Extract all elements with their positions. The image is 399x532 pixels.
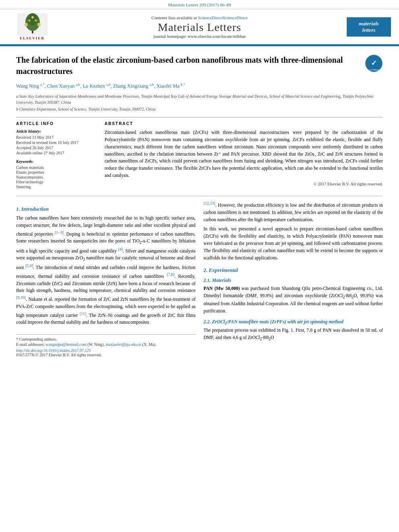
- paper-title-text: The fabrication of the elastic zirconium…: [16, 54, 365, 77]
- crossmark-icon: ✓ CrossMark: [365, 54, 383, 72]
- svg-text:✓: ✓: [371, 59, 377, 67]
- intro-para1: The carbon nanofibres have been extensiv…: [16, 215, 195, 326]
- copyright-line: © 2017 Elsevier B.V. All rights reserved…: [105, 182, 383, 186]
- accepted-date: Accepted 26 July 2017: [16, 146, 97, 150]
- svg-point-5: [37, 23, 41, 26]
- author-lu-kezhen: Lu Kezhen: [83, 83, 106, 89]
- elsevier-wordmark: ELSEVIER: [20, 36, 45, 40]
- body-right-col: [12,13]. However, the production efficie…: [204, 200, 383, 357]
- keyword-5: Sintering: [16, 185, 97, 189]
- svg-text:CrossMark: CrossMark: [369, 69, 379, 71]
- author-chen-xueyan: Chen Xueyan: [47, 83, 76, 89]
- keyword-2: Elastic properties: [16, 170, 97, 175]
- subsection2-2-title: 2.2. ZrOCl2/PAN nanofibre mats (ZrPFs) w…: [204, 319, 383, 325]
- svg-point-4: [25, 23, 28, 26]
- body-columns: 1. Introduction The carbon nanofibres ha…: [16, 200, 383, 357]
- revised-date: Received in revised form 10 July 2017: [16, 140, 97, 145]
- subsection2-1-title: 2.1. Materials: [204, 277, 383, 283]
- abstract-text: Zirconium-based carbon nanofibrous mats …: [105, 129, 383, 179]
- svg-point-7: [35, 19, 37, 22]
- svg-point-3: [28, 13, 37, 25]
- abstract-header: ABSTRACT: [105, 121, 383, 126]
- doi-line[interactable]: http://dx.doi.org/10.1016/j.matlet.2017.…: [16, 348, 195, 353]
- journal-logo-box: materials letters: [347, 17, 391, 37]
- abstract-col: ABSTRACT Zirconium-based carbon nanofibr…: [105, 121, 383, 189]
- svg-point-6: [28, 19, 31, 22]
- intro-para2: In this work, we presented a novel appro…: [204, 226, 383, 261]
- email-note: E-mail addresses: wangntjpu@hotmail.com …: [16, 342, 195, 347]
- materials-text: PAN (Mw 50,000) was purchased from Shand…: [204, 285, 383, 315]
- author-wang-ning: Wang Ning: [16, 83, 40, 89]
- author-zhang-xingxiang: Zhang Xingxiang: [113, 83, 150, 89]
- section1-title: 1. Introduction: [16, 206, 195, 212]
- affiliation-b: b Chemistry Department, School of Scienc…: [16, 106, 383, 112]
- journal-title-area: Contents lists available at ScienceDirec…: [56, 15, 343, 39]
- issn-line: 0167-577X/© 2017 Elsevier B.V. All right…: [16, 353, 195, 357]
- keyword-4: Fibre technology: [16, 180, 97, 184]
- keywords-label: Keywords:: [16, 159, 97, 164]
- affiliation-a: a State Key Laboratory of Separation Mem…: [16, 93, 383, 105]
- article-info-col: ARTICLE INFO Article history: Received 1…: [16, 121, 97, 189]
- meta-divider: [16, 117, 383, 117]
- affiliations-block: a State Key Laboratory of Separation Mem…: [16, 93, 383, 112]
- intro-para1-continued: [12,13]. However, the production efficie…: [204, 200, 383, 223]
- sciencedirect-link[interactable]: ScienceDirect: [198, 15, 223, 20]
- paper-content: The fabrication of the elastic zirconium…: [0, 46, 399, 365]
- journal-title: Materials Letters: [56, 21, 343, 34]
- keyword-1: Carbon materials: [16, 165, 97, 170]
- body-divider: [16, 196, 383, 196]
- author-xiaofei-ma: Xiaofei Ma: [156, 83, 181, 89]
- elsevier-tree-icon: [17, 13, 47, 35]
- contents-label: Contents lists available at ScienceDirec…: [56, 15, 343, 20]
- paper-title-row: The fabrication of the elastic zirconium…: [16, 54, 383, 77]
- spinning-text: The preparation process was exhibited in…: [204, 327, 383, 342]
- history-label: Article history:: [16, 129, 97, 134]
- footnotes-block: * Corresponding authors. E-mail addresse…: [16, 334, 195, 357]
- received-date: Received 13 May 2017: [16, 135, 97, 140]
- available-date: Available online 27 July 2017: [16, 151, 97, 155]
- article-info-header: ARTICLE INFO: [16, 121, 97, 126]
- homepage-url: journal homepage: www.elsevier.com/locat…: [56, 34, 343, 39]
- journal-logo-box-area: materials letters: [343, 17, 391, 37]
- svg-point-8: [31, 16, 34, 18]
- top-citation-bar: Materials Letters 209 (2017) 86–89: [0, 0, 399, 9]
- article-meta-row: ARTICLE INFO Article history: Received 1…: [16, 121, 383, 189]
- citation-text: Materials Letters 209 (2017) 86–89: [168, 2, 231, 7]
- elsevier-logo-area: ELSEVIER: [8, 13, 56, 40]
- authors-line: Wang Ning a,*, Chen Xueyan a,b, Lu Kezhe…: [16, 82, 383, 90]
- body-left-col: 1. Introduction The carbon nanofibres ha…: [16, 200, 195, 357]
- corresponding-note: * Corresponding authors.: [16, 337, 195, 341]
- keyword-3: Nanocomposites: [16, 175, 97, 179]
- section2-title: 2. Experimental: [204, 267, 383, 273]
- journal-header: ELSEVIER Contents lists available at Sci…: [0, 9, 399, 45]
